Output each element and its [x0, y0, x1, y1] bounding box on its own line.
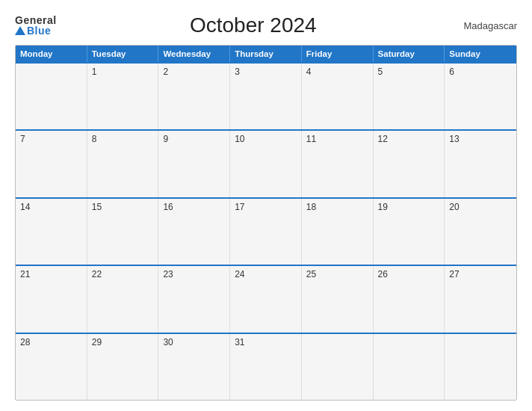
- week-row-2: 7 8 9 10 11 12 13: [16, 129, 516, 197]
- day-cell: 9: [158, 131, 230, 197]
- day-cell: [374, 334, 445, 400]
- week-row-3: 14 15 16 17 18 19 20: [16, 197, 516, 265]
- day-cell: 15: [87, 199, 159, 265]
- col-header-sunday: Sunday: [445, 46, 516, 62]
- logo-triangle-icon: [15, 26, 25, 35]
- col-header-friday: Friday: [302, 46, 374, 62]
- week-row-4: 21 22 23 24 25 26 27: [16, 265, 516, 332]
- week-row-1: 1 2 3 4 5 6: [16, 62, 516, 129]
- day-cell: 12: [374, 131, 445, 197]
- day-cell: 25: [302, 266, 374, 332]
- day-cell: 20: [445, 199, 516, 265]
- day-cell: 16: [158, 199, 230, 265]
- header: General Blue October 2024 Madagascar: [15, 13, 517, 37]
- month-title: October 2024: [57, 13, 450, 37]
- day-cell: 31: [230, 334, 302, 400]
- day-cell: 21: [16, 266, 87, 332]
- day-cell: 29: [87, 334, 159, 400]
- day-cell: 3: [230, 64, 302, 129]
- calendar-body: 1 2 3 4 5 6 7 8 9 10 11 12 13 14 15 16 1…: [16, 62, 516, 400]
- page: General Blue October 2024 Madagascar Mon…: [0, 0, 532, 411]
- day-cell: 30: [158, 334, 230, 400]
- day-cell: 8: [87, 131, 159, 197]
- logo-general-text: General: [15, 15, 57, 25]
- day-cell: 4: [302, 64, 374, 129]
- col-header-monday: Monday: [16, 46, 87, 62]
- day-cell: 23: [158, 266, 230, 332]
- col-header-tuesday: Tuesday: [87, 46, 159, 62]
- day-cell: 28: [16, 334, 87, 400]
- col-header-saturday: Saturday: [374, 46, 445, 62]
- day-cell: 7: [16, 131, 87, 197]
- calendar: Monday Tuesday Wednesday Thursday Friday…: [15, 45, 517, 401]
- day-cell: 5: [374, 64, 445, 129]
- col-header-wednesday: Wednesday: [158, 46, 230, 62]
- day-cell: 18: [302, 199, 374, 265]
- day-cell: 10: [230, 131, 302, 197]
- calendar-header-row: Monday Tuesday Wednesday Thursday Friday…: [16, 46, 516, 62]
- day-cell: 1: [87, 64, 159, 129]
- day-cell: 27: [445, 266, 516, 332]
- day-cell: 22: [87, 266, 159, 332]
- week-row-5: 28 29 30 31: [16, 333, 516, 400]
- day-cell: 26: [374, 266, 445, 332]
- day-cell: 19: [374, 199, 445, 265]
- day-cell: 13: [445, 131, 516, 197]
- day-cell: 6: [445, 64, 516, 129]
- logo: General Blue: [15, 15, 57, 36]
- day-cell: 24: [230, 266, 302, 332]
- day-cell: [16, 64, 87, 129]
- country-label: Madagascar: [450, 20, 517, 31]
- day-cell: 14: [16, 199, 87, 265]
- day-cell: [445, 334, 516, 400]
- logo-blue-text: Blue: [15, 25, 57, 36]
- day-cell: 17: [230, 199, 302, 265]
- day-cell: 2: [158, 64, 230, 129]
- day-cell: [302, 334, 374, 400]
- col-header-thursday: Thursday: [230, 46, 302, 62]
- day-cell: 11: [302, 131, 374, 197]
